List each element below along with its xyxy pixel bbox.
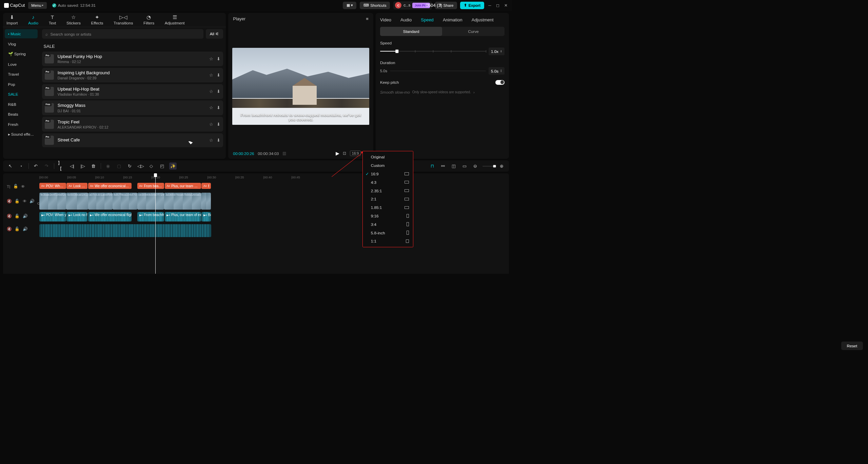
sidebar-item-love[interactable]: Love	[5, 60, 38, 69]
aspect-option-169[interactable]: ✓16:9	[363, 170, 413, 178]
close-icon[interactable]: ✕	[503, 3, 508, 8]
volume-icon[interactable]: 🔊	[23, 227, 28, 231]
favorite-icon[interactable]: ☆	[209, 122, 213, 127]
tab-text[interactable]: TText	[49, 14, 56, 25]
duration-slider[interactable]	[390, 71, 486, 71]
keep-pitch-toggle[interactable]	[495, 80, 505, 85]
favorite-icon[interactable]: ☆	[209, 56, 213, 61]
undo-icon[interactable]: ↶	[32, 162, 39, 170]
video-clip[interactable]: a07c6301a66ff96005941736	[88, 193, 113, 210]
duration-value-input[interactable]: 5.0s▲▼	[489, 67, 505, 75]
sidebar-item-fresh[interactable]: Fresh	[5, 120, 38, 129]
tab-audio[interactable]: ♪Audio	[28, 14, 38, 25]
delete-icon[interactable]: 🗑	[90, 162, 97, 170]
select-tool-icon[interactable]: ↖	[7, 162, 14, 170]
tab-stickers[interactable]: ☆Stickers	[66, 14, 81, 25]
blank-icon[interactable]: ▭	[461, 162, 468, 170]
aspect-option-916[interactable]: 9:16	[363, 212, 413, 220]
timeline-zoom-slider[interactable]	[482, 166, 494, 167]
mode-curve[interactable]: Curve	[442, 27, 505, 36]
tab-import[interactable]: ⬇Import	[6, 14, 18, 25]
tab-filters[interactable]: ◔Filters	[143, 14, 154, 25]
trim-right-icon[interactable]: |▷	[79, 162, 86, 170]
mute-icon[interactable]: 🔇	[7, 227, 12, 231]
sidebar-item-travel[interactable]: Travel	[5, 70, 38, 79]
sidebar-item-vlog[interactable]: Vlog	[5, 39, 38, 48]
audio-clip[interactable]: ▶≡ We offer economical flights to exotic…	[88, 212, 132, 221]
link-icon[interactable]: ⚯	[439, 162, 447, 170]
speed-value-input[interactable]: 1.0x▲▼	[489, 47, 505, 55]
aspect-option-11[interactable]: 1:1	[363, 237, 413, 245]
zoom-in-icon[interactable]: ⊕	[498, 162, 505, 170]
aspect-option-original[interactable]: Original	[363, 153, 413, 161]
aspect-option-custom[interactable]: Custom	[363, 161, 413, 170]
tab-effects[interactable]: ✦Effects	[91, 14, 103, 25]
text-clip[interactable]: A≡POV: When you want to tra	[39, 183, 66, 189]
visibility-icon[interactable]: 👁	[21, 184, 25, 189]
audio-clip[interactable]: ▶≡ Look no further t	[66, 212, 87, 221]
favorite-icon[interactable]: ☆	[209, 138, 213, 143]
inspector-tab-animation[interactable]: Animation	[443, 17, 462, 22]
favorite-icon[interactable]: ☆	[209, 105, 213, 110]
sidebar-item-rb[interactable]: R&B	[5, 100, 38, 109]
ai-caption-icon[interactable]: ✨	[169, 162, 176, 170]
filter-all-button[interactable]: All ⚟	[206, 29, 223, 39]
mirror-icon[interactable]: ◁▷	[137, 162, 144, 170]
lock-icon[interactable]: 🔓	[15, 214, 20, 218]
split-icon[interactable]: 】【	[58, 162, 65, 170]
zoom-out-icon[interactable]: ⊖	[472, 162, 479, 170]
inspector-tab-adjustment[interactable]: Adjustment	[472, 17, 494, 22]
video-clip[interactable]: ce30948cb4d7f724ca40af7a1d	[137, 193, 164, 210]
text-clip[interactable]: A≡From beachfront retreats to	[137, 183, 164, 189]
shortcuts-button[interactable]: ⌨ Shortcuts	[360, 2, 390, 9]
tab-adjustment[interactable]: ☰Adjustment	[165, 14, 185, 25]
timeline-tracks[interactable]: |00:00|00:05|00:10|00:15|00:20|00:25|00:…	[39, 173, 509, 274]
user-avatar[interactable]: C	[395, 2, 401, 8]
player-menu-icon[interactable]: ≡	[366, 16, 369, 21]
audio-clip[interactable]: ▶≡ POV: When you want to tra	[39, 212, 66, 221]
aspect-option-58inch[interactable]: 5.8-inch	[363, 229, 413, 237]
download-icon[interactable]: ⬇	[217, 122, 220, 127]
inspector-tab-audio[interactable]: Audio	[400, 17, 412, 22]
tab-transitions[interactable]: ▷◁Transitions	[114, 14, 133, 25]
sidebar-item-beats[interactable]: Beats	[5, 110, 38, 119]
inspector-tab-video[interactable]: Video	[380, 17, 391, 22]
download-icon[interactable]: ⬇	[217, 105, 220, 110]
export-button[interactable]: ⬆ Export	[460, 2, 484, 9]
volume-icon[interactable]: 🔊	[23, 214, 28, 218]
audio-track-row[interactable]: Pro Tropic Feel ALEKSANDAR KIPROV · 02:1…	[42, 117, 223, 132]
download-icon[interactable]: ⬇	[217, 138, 220, 143]
audio-track-row[interactable]: Pro Inspiring Light Background Danail Dr…	[42, 68, 223, 83]
frame-icon[interactable]: ▢	[115, 162, 122, 170]
maximize-icon[interactable]: ◻	[495, 3, 500, 8]
sidebar-item-soundeffe[interactable]: ▸ Sound effe...	[5, 130, 38, 139]
video-clip[interactable]: 3d365976ca67bbbd260a0343a12c0e8a.jp	[164, 193, 201, 210]
music-clip[interactable]	[39, 224, 211, 237]
lock-icon[interactable]: 🔓	[15, 199, 20, 204]
aspect-option-2351[interactable]: 2.35:1	[363, 187, 413, 195]
sidebar-item-music[interactable]: • Music	[5, 29, 38, 38]
aspect-option-21[interactable]: 2:1	[363, 195, 413, 203]
minimize-icon[interactable]: ─	[487, 3, 492, 8]
magnet-icon[interactable]: ⊓	[429, 162, 436, 170]
video-clip[interactable]: 8d57f8ca104cf707b5f1443b	[113, 193, 137, 210]
menu-button[interactable]: Menu ▾	[28, 2, 47, 9]
video-clip[interactable]	[201, 193, 211, 210]
inspector-tab-speed[interactable]: Speed	[421, 17, 434, 22]
reverse-icon[interactable]: ↻	[126, 162, 133, 170]
aspect-option-43[interactable]: 4:3	[363, 178, 413, 187]
redo-icon[interactable]: ↷	[43, 162, 50, 170]
search-input[interactable]: ⌕ Search songs or artists	[42, 29, 203, 38]
rotate-icon[interactable]: ◇	[148, 162, 155, 170]
mute-icon[interactable]: 🔇	[7, 214, 12, 218]
playhead[interactable]	[155, 173, 156, 274]
lock-icon[interactable]: 🔓	[13, 184, 18, 189]
volume-icon[interactable]: 🔊	[29, 199, 35, 204]
audio-track-row[interactable]: Pro Upbeat Hip-Hop Beat Vladislav Kurnik…	[42, 84, 223, 99]
select-dropdown-icon[interactable]: ▾	[18, 162, 25, 170]
compare-icon[interactable]: ▥	[282, 151, 286, 156]
audio-clip[interactable]: ▶≡ From beachfront retreats to	[137, 212, 164, 221]
sidebar-item-pop[interactable]: Pop	[5, 80, 38, 89]
speed-slider[interactable]	[380, 51, 486, 52]
video-clip[interactable]: 6c5039ca02411472	[66, 193, 88, 210]
